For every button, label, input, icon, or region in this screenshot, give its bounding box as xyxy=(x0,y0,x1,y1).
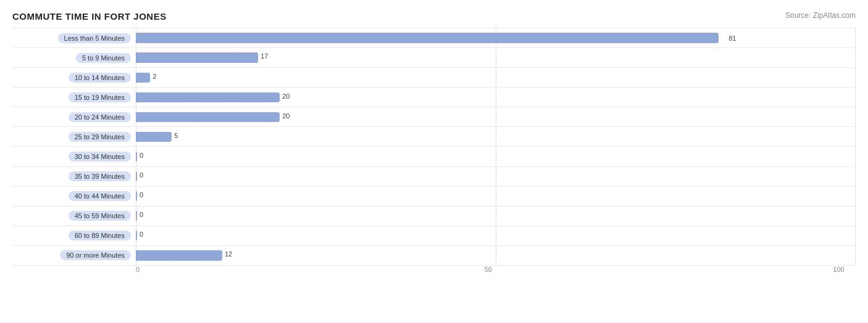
bar-track: 81 xyxy=(136,30,856,46)
bar-track: 0 xyxy=(136,149,856,164)
bar-fill: 0 xyxy=(136,211,137,221)
bar-label: Less than 5 Minutes xyxy=(12,33,136,43)
bar-row: 5 to 9 Minutes17 xyxy=(12,48,856,68)
bar-row: 25 to 29 Minutes5 xyxy=(12,127,856,147)
bar-label: 30 to 34 Minutes xyxy=(12,152,136,162)
bar-value: 0 xyxy=(140,171,143,179)
bar-label-pill: 15 to 19 Minutes xyxy=(69,92,131,102)
bar-fill: 17 xyxy=(136,52,258,62)
bar-fill: 0 xyxy=(136,231,137,240)
bar-track: 20 xyxy=(136,89,856,105)
source-label: Source: ZipAtlas.com xyxy=(785,11,856,20)
x-label-50: 50 xyxy=(485,266,492,273)
bar-label-pill: 35 to 39 Minutes xyxy=(69,171,131,181)
bar-label-pill: 45 to 59 Minutes xyxy=(69,211,131,221)
bar-fill: 20 xyxy=(136,92,280,102)
bar-row: 45 to 59 Minutes0 xyxy=(12,206,856,226)
bar-label: 25 to 29 Minutes xyxy=(12,132,136,142)
bar-row: 10 to 14 Minutes2 xyxy=(12,68,856,88)
bar-label-pill: 90 or more Minutes xyxy=(60,250,131,260)
bar-row: Less than 5 Minutes81 xyxy=(12,28,856,48)
bar-value: 12 xyxy=(225,250,232,258)
bar-row: 90 or more Minutes12 xyxy=(12,246,856,266)
bar-value: 17 xyxy=(261,52,268,60)
bar-row: 40 to 44 Minutes0 xyxy=(12,187,856,206)
bar-label-pill: 10 to 14 Minutes xyxy=(69,73,131,83)
bar-fill: 81 xyxy=(136,33,719,43)
bar-value: 2 xyxy=(152,73,156,80)
bar-value: 20 xyxy=(282,92,290,100)
bar-value: 0 xyxy=(140,152,143,159)
bar-row: 60 to 89 Minutes0 xyxy=(12,226,856,246)
bar-value: 0 xyxy=(140,191,143,198)
bar-value: 0 xyxy=(140,211,143,218)
x-axis: 0 50 100 xyxy=(136,266,856,284)
bar-value: 81 xyxy=(728,35,736,42)
bar-label: 40 to 44 Minutes xyxy=(12,191,136,201)
bar-fill: 0 xyxy=(136,152,137,162)
bar-value: 0 xyxy=(140,231,143,238)
bar-fill: 12 xyxy=(136,250,222,260)
bar-label: 45 to 59 Minutes xyxy=(12,211,136,221)
bar-track: 12 xyxy=(136,248,856,263)
bar-fill: 5 xyxy=(136,132,172,142)
bar-label: 15 to 19 Minutes xyxy=(12,92,136,102)
bar-label: 10 to 14 Minutes xyxy=(12,73,136,83)
bar-fill: 20 xyxy=(136,112,280,122)
bar-label-pill: 40 to 44 Minutes xyxy=(69,191,131,201)
bar-label: 35 to 39 Minutes xyxy=(12,171,136,181)
bar-label-pill: 5 to 9 Minutes xyxy=(76,53,131,63)
bar-row: 35 to 39 Minutes0 xyxy=(12,167,856,187)
bar-fill: 2 xyxy=(136,73,150,83)
bar-track: 0 xyxy=(136,228,856,243)
bar-value: 20 xyxy=(282,112,290,120)
bar-label-pill: 20 to 24 Minutes xyxy=(69,112,131,122)
bar-fill: 0 xyxy=(136,191,137,201)
chart-title: COMMUTE TIME IN FORT JONES xyxy=(12,11,856,22)
bar-track: 0 xyxy=(136,169,856,184)
bar-track: 0 xyxy=(136,189,856,204)
bar-label-pill: 60 to 89 Minutes xyxy=(69,231,131,240)
bar-track: 20 xyxy=(136,109,856,125)
bar-label: 60 to 89 Minutes xyxy=(12,231,136,240)
bar-row: 30 to 34 Minutes0 xyxy=(12,147,856,166)
bar-value: 5 xyxy=(174,132,178,139)
bar-label: 5 to 9 Minutes xyxy=(12,53,136,63)
bar-label-pill: Less than 5 Minutes xyxy=(58,33,131,43)
bar-label: 90 or more Minutes xyxy=(12,250,136,260)
bar-row: 15 to 19 Minutes20 xyxy=(12,88,856,107)
x-label-0: 0 xyxy=(136,266,140,273)
bar-track: 0 xyxy=(136,208,856,224)
bars-container: Less than 5 Minutes815 to 9 Minutes1710 … xyxy=(12,28,856,266)
bar-track: 5 xyxy=(136,129,856,144)
bar-track: 2 xyxy=(136,70,856,85)
chart-container: COMMUTE TIME IN FORT JONES Source: ZipAt… xyxy=(0,0,868,323)
chart-area: Less than 5 Minutes815 to 9 Minutes1710 … xyxy=(12,28,856,284)
x-label-100: 100 xyxy=(833,266,844,273)
bar-row: 20 to 24 Minutes20 xyxy=(12,107,856,127)
bar-track: 17 xyxy=(136,50,856,65)
bar-label-pill: 25 to 29 Minutes xyxy=(69,132,131,142)
bar-label-pill: 30 to 34 Minutes xyxy=(69,152,131,162)
bar-label: 20 to 24 Minutes xyxy=(12,112,136,122)
bar-fill: 0 xyxy=(136,171,137,181)
